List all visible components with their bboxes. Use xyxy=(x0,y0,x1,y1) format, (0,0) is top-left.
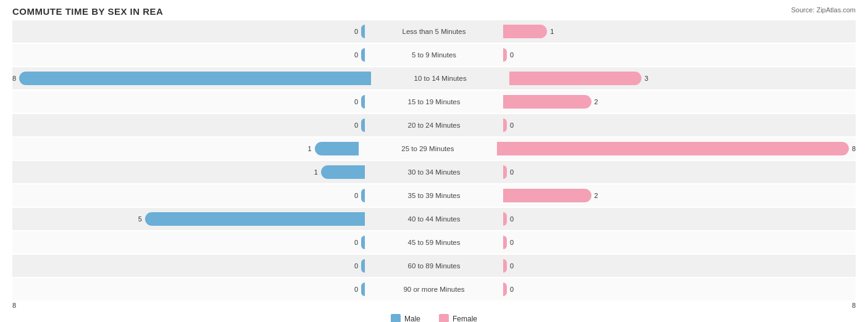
male-bar xyxy=(361,259,365,273)
right-section: 2 xyxy=(502,91,856,113)
male-value-label: 0 xyxy=(354,122,358,129)
legend-female-box xyxy=(439,314,449,322)
female-bar xyxy=(503,165,507,179)
male-value-label: 0 xyxy=(354,262,358,270)
female-value-label: 0 xyxy=(510,286,514,293)
male-value-label: 5 xyxy=(138,215,142,223)
right-section: 2 xyxy=(502,184,856,207)
left-section: 0 xyxy=(12,184,366,207)
right-bar-wrapper: 0 xyxy=(503,161,856,183)
female-bar xyxy=(509,72,641,85)
left-section: 0 xyxy=(12,231,366,254)
male-value-label: 1 xyxy=(308,145,312,152)
female-value-label: 0 xyxy=(510,215,514,223)
row-label: 45 to 59 Minutes xyxy=(366,239,502,246)
row-label: 10 to 14 Minutes xyxy=(372,75,508,82)
left-bar-wrapper: 0 xyxy=(12,114,365,136)
left-bar-wrapper: 0 xyxy=(12,184,365,207)
row-label: 20 to 24 Minutes xyxy=(366,122,502,129)
table-row: 125 to 29 Minutes8 xyxy=(12,138,856,160)
legend-male: Male xyxy=(391,314,420,322)
male-bar xyxy=(361,118,365,132)
left-section: 0 xyxy=(12,278,366,300)
female-value-label: 2 xyxy=(595,98,598,105)
left-section: 5 xyxy=(12,208,366,230)
male-bar xyxy=(361,48,365,62)
legend: Male Female xyxy=(12,314,856,322)
row-label: 90 or more Minutes xyxy=(366,286,502,293)
male-bar xyxy=(361,189,365,202)
left-bar-wrapper: 0 xyxy=(12,255,365,277)
male-bar xyxy=(361,25,365,38)
table-row: 0Less than 5 Minutes1 xyxy=(12,20,856,43)
right-bar-wrapper: 1 xyxy=(503,20,856,43)
legend-male-label: Male xyxy=(404,315,420,322)
left-bar-wrapper: 0 xyxy=(12,278,365,300)
row-label: Less than 5 Minutes xyxy=(366,28,502,35)
left-section: 0 xyxy=(12,20,366,43)
table-row: 035 to 39 Minutes2 xyxy=(12,184,856,207)
female-bar xyxy=(503,95,591,109)
row-label: 60 to 89 Minutes xyxy=(366,262,502,270)
female-value-label: 0 xyxy=(510,239,514,246)
female-bar xyxy=(503,212,507,226)
left-bar-wrapper: 0 xyxy=(12,44,365,66)
chart-title: COMMUTE TIME BY SEX IN REA xyxy=(12,6,856,17)
row-label: 5 to 9 Minutes xyxy=(366,51,502,59)
female-bar xyxy=(503,259,507,273)
right-bar-wrapper: 3 xyxy=(509,67,856,89)
left-bar-wrapper: 0 xyxy=(12,20,365,43)
right-bar-wrapper: 8 xyxy=(497,138,856,160)
male-value-label: 0 xyxy=(354,239,358,246)
right-bar-wrapper: 2 xyxy=(503,91,856,113)
left-section: 1 xyxy=(12,161,366,183)
table-row: 810 to 14 Minutes3 xyxy=(12,67,856,89)
right-section: 0 xyxy=(502,208,856,230)
right-bar-wrapper: 0 xyxy=(503,255,856,277)
table-row: 05 to 9 Minutes0 xyxy=(12,44,856,66)
right-section: 0 xyxy=(502,44,856,66)
table-row: 045 to 59 Minutes0 xyxy=(12,231,856,254)
left-bar-wrapper: 1 xyxy=(12,138,359,160)
right-bar-wrapper: 0 xyxy=(503,231,856,254)
left-bar-wrapper: 1 xyxy=(12,161,365,183)
right-section: 0 xyxy=(502,231,856,254)
left-bar-wrapper: 8 xyxy=(12,67,371,89)
right-section: 1 xyxy=(502,20,856,43)
female-bar xyxy=(497,142,849,155)
female-bar xyxy=(503,236,507,249)
table-row: 090 or more Minutes0 xyxy=(12,278,856,300)
right-bar-wrapper: 0 xyxy=(503,208,856,230)
female-bar xyxy=(503,283,507,296)
right-section: 0 xyxy=(502,161,856,183)
right-section: 0 xyxy=(502,114,856,136)
left-section: 0 xyxy=(12,44,366,66)
rows-area: 0Less than 5 Minutes105 to 9 Minutes0810… xyxy=(12,20,856,300)
row-label: 15 to 19 Minutes xyxy=(366,98,502,105)
right-section: 0 xyxy=(502,278,856,300)
right-bar-wrapper: 0 xyxy=(503,278,856,300)
axis-labels: 8 8 xyxy=(12,302,856,310)
female-value-label: 0 xyxy=(510,122,514,129)
right-section: 3 xyxy=(508,67,856,89)
left-bar-wrapper: 0 xyxy=(12,91,365,113)
male-bar xyxy=(145,212,365,226)
left-section: 0 xyxy=(12,114,366,136)
female-bar xyxy=(503,189,591,202)
legend-female-label: Female xyxy=(453,315,477,322)
left-bar-wrapper: 0 xyxy=(12,231,365,254)
female-value-label: 2 xyxy=(595,192,598,199)
male-value-label: 8 xyxy=(12,75,16,82)
table-row: 540 to 44 Minutes0 xyxy=(12,208,856,230)
row-label: 25 to 29 Minutes xyxy=(360,145,496,152)
female-value-label: 8 xyxy=(852,145,856,152)
table-row: 060 to 89 Minutes0 xyxy=(12,255,856,277)
female-bar xyxy=(503,118,507,132)
female-bar xyxy=(503,48,507,62)
left-section: 8 xyxy=(12,67,372,89)
right-section: 0 xyxy=(502,255,856,277)
right-section: 8 xyxy=(496,138,856,160)
row-label: 40 to 44 Minutes xyxy=(366,215,502,223)
left-section: 0 xyxy=(12,91,366,113)
chart-container: COMMUTE TIME BY SEX IN REA Source: ZipAt… xyxy=(0,0,868,322)
